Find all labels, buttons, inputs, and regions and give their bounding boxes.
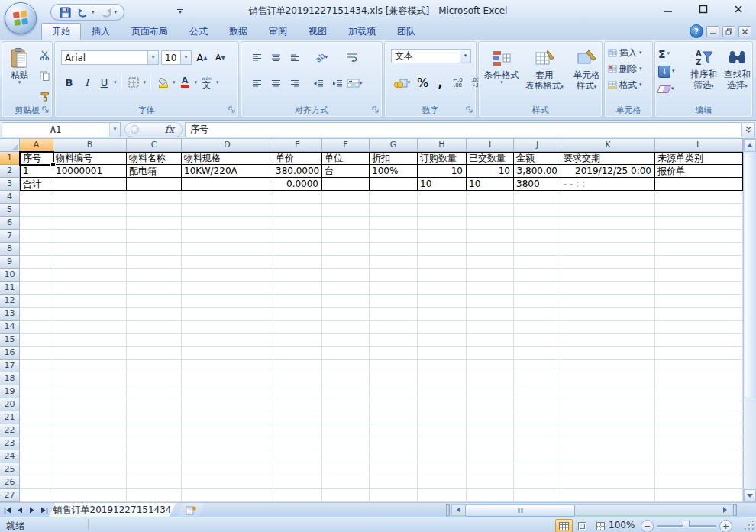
cell-J6[interactable] (514, 217, 561, 230)
cell-C6[interactable] (127, 217, 182, 230)
cell-K12[interactable] (561, 295, 655, 308)
cell-K8[interactable] (561, 243, 655, 256)
cell-F26[interactable] (322, 476, 370, 489)
align-left-button[interactable] (247, 74, 266, 92)
cell-K18[interactable] (561, 372, 655, 385)
cell-B19[interactable] (53, 385, 127, 398)
cell-F18[interactable] (322, 372, 370, 385)
cell-B17[interactable] (53, 360, 127, 372)
paste-button[interactable]: 粘贴 ▾ (5, 45, 34, 106)
cell-J11[interactable] (514, 282, 561, 295)
cell-C8[interactable] (127, 243, 182, 256)
cell-K25[interactable] (561, 463, 655, 476)
cell-L18[interactable] (655, 372, 743, 385)
save-button[interactable] (58, 6, 72, 18)
row-header-4[interactable]: 4 (0, 191, 20, 204)
cell-D23[interactable] (182, 437, 273, 450)
cell-B7[interactable] (53, 230, 127, 243)
cell-I17[interactable] (467, 360, 514, 372)
underline-button[interactable]: U (96, 74, 112, 92)
cell-A1[interactable]: 序号 (20, 152, 53, 165)
cell-I27[interactable] (467, 489, 514, 502)
tab-view[interactable]: 视图 (298, 23, 338, 40)
row-header-26[interactable]: 26 (0, 476, 20, 489)
font-color-button[interactable]: A (177, 74, 193, 92)
tab-home[interactable]: 开始 (41, 23, 81, 40)
cell-I16[interactable] (467, 347, 514, 360)
cell-L3[interactable] (655, 178, 743, 191)
cell-E21[interactable] (273, 411, 322, 424)
font-size-combo[interactable]: 10 ▾ (161, 50, 192, 65)
row-header-20[interactable]: 20 (0, 398, 20, 411)
cell-A2[interactable]: 1 (20, 165, 53, 178)
row-header-23[interactable]: 23 (0, 437, 20, 450)
cell-E5[interactable] (273, 204, 322, 217)
phonetic-dropdown-arrow[interactable]: ▾ (216, 80, 219, 85)
row-header-24[interactable]: 24 (0, 450, 20, 463)
cell-G16[interactable] (370, 347, 418, 360)
sort-filter-button[interactable]: AZ 排序和 筛选▾ (687, 44, 720, 108)
cell-E13[interactable] (273, 308, 322, 321)
zoom-in-button[interactable]: + (719, 520, 732, 532)
cell-I1[interactable]: 已交数量 (467, 152, 514, 165)
cell-D3[interactable] (182, 178, 273, 191)
cell-F25[interactable] (322, 463, 370, 476)
cell-C19[interactable] (127, 385, 182, 398)
cell-F23[interactable] (322, 437, 370, 450)
cell-G23[interactable] (370, 437, 418, 450)
cell-E18[interactable] (273, 372, 322, 385)
cell-B2[interactable]: 10000001 (53, 165, 127, 178)
formula-input[interactable]: 序号 (185, 122, 741, 137)
tab-formulas[interactable]: 公式 (179, 23, 218, 40)
cell-H15[interactable] (418, 334, 467, 347)
cell-H25[interactable] (418, 463, 467, 476)
cell-B4[interactable] (53, 191, 127, 204)
row-header-25[interactable]: 25 (0, 463, 20, 476)
cell-H17[interactable] (418, 360, 467, 372)
cell-E2[interactable]: 380.0000 (273, 165, 322, 178)
cell-D2[interactable]: 10KW/220A (182, 165, 273, 178)
insert-cells-button[interactable]: 插入▾ (608, 47, 642, 59)
cell-K27[interactable] (561, 489, 655, 502)
tab-addins[interactable]: 加载项 (338, 23, 386, 40)
align-center-button[interactable] (267, 74, 285, 92)
cell-I6[interactable] (467, 217, 514, 230)
cell-L13[interactable] (655, 308, 743, 321)
cell-I19[interactable] (467, 385, 514, 398)
font-family-dropdown[interactable]: ▾ (147, 51, 158, 64)
row-header-3[interactable]: 3 (0, 178, 20, 191)
cell-C15[interactable] (127, 334, 182, 347)
cell-L22[interactable] (655, 424, 743, 437)
cell-A27[interactable] (20, 489, 53, 502)
cell-B24[interactable] (53, 450, 127, 463)
cell-K17[interactable] (561, 360, 655, 372)
cell-J22[interactable] (514, 424, 561, 437)
row-header-6[interactable]: 6 (0, 217, 20, 230)
cell-J13[interactable] (514, 308, 561, 321)
cell-A13[interactable] (20, 308, 53, 321)
cell-A17[interactable] (20, 360, 53, 372)
cell-A18[interactable] (20, 372, 53, 385)
cell-G22[interactable] (370, 424, 418, 437)
cell-F12[interactable] (322, 295, 370, 308)
cell-G10[interactable] (370, 269, 418, 282)
cell-C12[interactable] (127, 295, 182, 308)
cell-H10[interactable] (418, 269, 467, 282)
workbook-minimize-button[interactable] (706, 26, 719, 37)
cell-A16[interactable] (20, 347, 53, 360)
format-as-table-button[interactable]: 套用 表格格式▾ (525, 45, 564, 108)
cell-B25[interactable] (53, 463, 127, 476)
cell-A22[interactable] (20, 424, 53, 437)
cell-C13[interactable] (127, 308, 182, 321)
cell-E3[interactable]: 0.0000 (273, 178, 322, 191)
cell-K9[interactable] (561, 256, 655, 269)
zoom-out-button[interactable]: − (641, 520, 654, 532)
cell-B3[interactable] (53, 178, 127, 191)
sheet-tab-active[interactable]: 销售订单20191227151434 (49, 503, 176, 517)
page-break-view-button[interactable] (592, 519, 609, 532)
cell-F17[interactable] (322, 360, 370, 372)
cell-D8[interactable] (182, 243, 273, 256)
cell-K10[interactable] (561, 269, 655, 282)
cell-B5[interactable] (53, 204, 127, 217)
row-header-16[interactable]: 16 (0, 347, 20, 360)
